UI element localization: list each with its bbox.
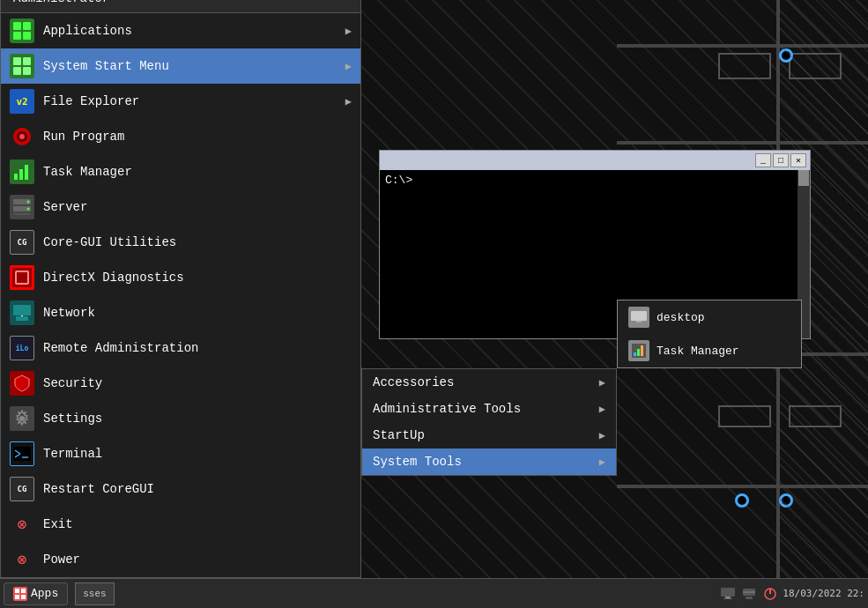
menu-header-text: Administrator [13, 0, 109, 5]
menu-item-security[interactable]: Security [1, 366, 360, 401]
security-icon [10, 371, 34, 396]
menu-item-exit[interactable]: ⊗ Exit [1, 507, 360, 542]
submenu1-item-accessories[interactable]: Accessories ▶ [362, 369, 616, 396]
svg-rect-34 [15, 589, 19, 593]
circuit-rect-r4 [718, 405, 771, 427]
network-label: Network [43, 306, 352, 320]
terminal-label: Terminal [43, 447, 352, 461]
maximize-button[interactable]: □ [773, 153, 789, 167]
menu-item-task-manager[interactable]: Task Manager [1, 154, 360, 189]
svg-rect-20 [25, 165, 28, 180]
task-manager-label: Task Manager [43, 165, 352, 179]
minimize-button[interactable]: _ [755, 153, 771, 167]
submenu1-admintools-label: Administrative Tools [373, 402, 521, 416]
network-sys-icon[interactable] [740, 585, 758, 603]
taskbar-sys-icons: 18/03/2022 22: [719, 585, 864, 603]
svg-rect-5 [637, 349, 640, 356]
submenu1-startup-label: StartUp [373, 428, 425, 442]
menu-item-power[interactable]: ⊗ Power [1, 542, 360, 577]
svg-rect-8 [23, 22, 31, 30]
taskmanager-icon [628, 340, 649, 361]
svg-rect-26 [13, 305, 31, 315]
file-explorer-icon: v2 [10, 89, 34, 114]
core-gui-label: Core-GUI Utilities [43, 235, 352, 249]
submenu1-item-system-tools[interactable]: System Tools ▶ [362, 449, 616, 475]
menu-item-terminal[interactable]: Terminal [1, 436, 360, 471]
svg-rect-4 [634, 352, 636, 356]
menu-item-network[interactable]: Network [1, 295, 360, 330]
svg-rect-37 [21, 595, 26, 599]
file-explorer-arrow: ▶ [345, 95, 352, 108]
menu-item-restart-coregui[interactable]: CG Restart CoreGUI [1, 471, 360, 507]
power-sys-icon[interactable] [761, 585, 779, 603]
taskbar-items: sses [71, 582, 719, 605]
menu-item-system-start-menu[interactable]: System Start Menu ▶ [1, 48, 360, 84]
submenu1-item-administrative-tools[interactable]: Administrative Tools ▶ [362, 396, 616, 422]
svg-rect-14 [23, 67, 31, 75]
restart-coregui-label: Restart CoreGUI [43, 482, 352, 496]
svg-rect-36 [15, 595, 19, 599]
taskbar-item-sses[interactable]: sses [75, 582, 114, 605]
svg-rect-38 [721, 588, 735, 597]
submenu1-item-startup[interactable]: StartUp ▶ [362, 422, 616, 449]
svg-rect-19 [19, 169, 23, 180]
submenu1-systemtools-label: System Tools [373, 455, 462, 469]
svg-rect-12 [23, 57, 31, 65]
menu-item-settings[interactable]: Settings [1, 401, 360, 436]
terminal-icon [10, 441, 34, 466]
svg-rect-39 [725, 597, 731, 598]
system-start-menu-label: System Start Menu [43, 59, 337, 73]
svg-rect-23 [13, 213, 31, 215]
server-icon [10, 195, 34, 219]
menu-item-file-explorer[interactable]: v2 File Explorer ▶ [1, 84, 360, 119]
menu-header: Administrator [1, 0, 360, 13]
svg-rect-7 [13, 22, 21, 30]
svg-rect-2 [634, 323, 643, 323]
menu-item-core-gui[interactable]: CG Core-GUI Utilities [1, 225, 360, 260]
run-program-label: Run Program [43, 130, 352, 144]
settings-label: Settings [43, 412, 352, 426]
system-start-menu-icon [10, 54, 34, 78]
settings-icon [10, 406, 34, 431]
task-manager-icon [10, 159, 34, 184]
svg-rect-40 [723, 598, 732, 599]
svg-rect-10 [23, 32, 31, 40]
menu-item-applications[interactable]: Applications ▶ [1, 13, 360, 48]
system-start-menu-arrow: ▶ [345, 60, 352, 73]
svg-rect-1 [636, 321, 642, 323]
menu-item-remote-admin[interactable]: iLo Remote Administration [1, 330, 360, 366]
menu-item-run-program[interactable]: Run Program [1, 119, 360, 154]
menu-item-directx[interactable]: DirectX Diagnostics [1, 260, 360, 295]
terminal-prompt: C:\> [385, 174, 412, 187]
main-menu: Administrator Applications ▶ System Star… [0, 0, 361, 578]
svg-rect-35 [21, 589, 26, 593]
menu-item-server[interactable]: Server [1, 189, 360, 225]
svg-rect-13 [13, 67, 21, 75]
startup-arrow: ▶ [599, 429, 605, 442]
power-label: Power [43, 552, 352, 567]
node-3 [735, 493, 749, 508]
monitor-sys-icon[interactable] [719, 585, 737, 603]
remote-admin-icon: iLo [10, 336, 34, 360]
remote-admin-label: Remote Administration [43, 341, 352, 355]
terminal-controls[interactable]: _ □ ✕ [755, 153, 806, 167]
run-program-icon [10, 124, 34, 149]
taskbar-item-label: sses [83, 589, 106, 599]
admintools-arrow: ▶ [599, 403, 605, 416]
systemtools-arrow: ▶ [599, 456, 605, 469]
svg-rect-6 [641, 345, 643, 356]
start-button[interactable]: Apps [4, 582, 68, 605]
svg-rect-27 [16, 316, 28, 321]
svg-rect-18 [14, 174, 18, 180]
exit-icon: ⊗ [10, 512, 34, 537]
circuit-rect-r2 [718, 53, 771, 79]
submenu2-item-desktop[interactable]: desktop [618, 300, 801, 334]
close-button[interactable]: ✕ [790, 153, 806, 167]
submenu2-item-taskmanager[interactable]: Task Manager [618, 334, 801, 367]
svg-point-25 [27, 208, 30, 211]
network-icon [10, 300, 34, 325]
applications-label: Applications [43, 24, 337, 38]
svg-rect-43 [746, 597, 753, 599]
submenu1-accessories-label: Accessories [373, 375, 454, 389]
submenu2-taskmanager-label: Task Manager [657, 345, 739, 358]
